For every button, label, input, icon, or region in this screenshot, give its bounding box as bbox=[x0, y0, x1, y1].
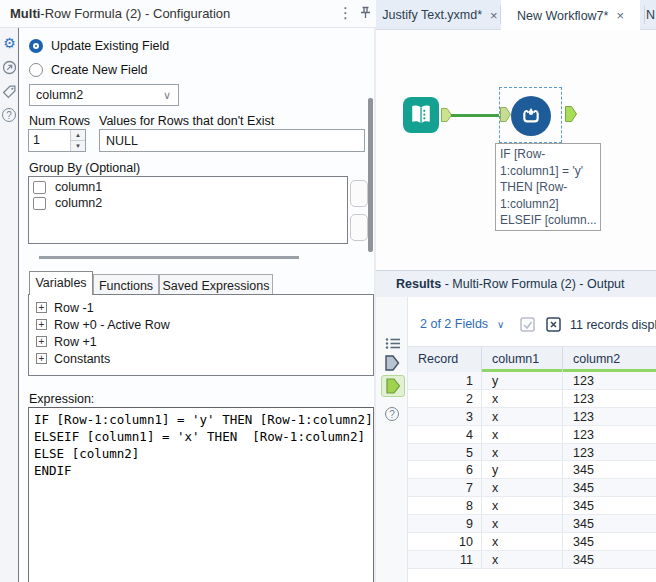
results-title-suffix: - Multi-Row Formula (2) - Output bbox=[441, 277, 624, 291]
results-table-body: 1y1232x1233x1234x1235x1236y3457x3458x345… bbox=[408, 372, 656, 569]
record-number-cell: 9 bbox=[408, 515, 482, 532]
value-cell: x bbox=[482, 408, 563, 425]
tab-new-workflow7[interactable]: New Workflow7* × bbox=[501, 0, 640, 31]
tab-label: New Workflow7* bbox=[517, 9, 608, 23]
input-anchor-icon[interactable] bbox=[500, 107, 511, 122]
spin-up-icon[interactable]: ▲ bbox=[71, 130, 85, 141]
table-row[interactable]: 11x345 bbox=[408, 551, 656, 569]
column-header-column1[interactable]: column1 bbox=[482, 347, 563, 372]
tree-item-row-minus-1[interactable]: + Row -1 bbox=[29, 299, 373, 316]
expand-icon[interactable]: + bbox=[36, 319, 47, 330]
spin-down-icon[interactable]: ▼ bbox=[71, 141, 85, 151]
field-dropdown[interactable]: column2 ∨ bbox=[29, 84, 179, 106]
value-cell: 345 bbox=[563, 479, 656, 496]
metadata-anchor-icon[interactable] bbox=[385, 355, 400, 371]
help-icon[interactable]: ? bbox=[385, 407, 399, 421]
gear-icon[interactable]: ⚙ bbox=[2, 36, 17, 51]
tab-partial[interactable]: N bbox=[646, 0, 656, 30]
output-anchor-icon bbox=[386, 378, 401, 394]
table-row[interactable]: 1y123 bbox=[408, 372, 656, 390]
values-input-value: NULL bbox=[100, 134, 364, 148]
column-header-record[interactable]: Record bbox=[408, 347, 482, 372]
radio-unselected-icon bbox=[29, 63, 43, 77]
variables-tree[interactable]: + Row -1 + Row +0 - Active Row + Row +1 … bbox=[28, 294, 374, 376]
tab-saved-expressions[interactable]: Saved Expressions bbox=[159, 274, 273, 295]
checkbox-icon[interactable] bbox=[33, 197, 46, 210]
value-cell: x bbox=[482, 515, 563, 532]
column-header-column2[interactable]: column2 bbox=[563, 347, 656, 372]
tag-icon[interactable] bbox=[2, 84, 17, 99]
workflow-canvas[interactable]: IF [Row- 1:column1] = 'y' THEN [Row- 1:c… bbox=[376, 30, 656, 270]
value-cell: 345 bbox=[563, 515, 656, 532]
results-panel: Results - Multi-Row Formula (2) - Output… bbox=[376, 270, 656, 582]
group-by-item[interactable]: column2 bbox=[29, 195, 347, 211]
radio-selected-icon bbox=[29, 39, 43, 53]
log-list-icon[interactable] bbox=[385, 337, 401, 350]
group-by-action-button[interactable] bbox=[350, 180, 368, 207]
value-cell: x bbox=[482, 497, 563, 514]
tree-item-row-plus-1[interactable]: + Row +1 bbox=[29, 333, 373, 350]
multi-row-formula-icon bbox=[516, 101, 546, 131]
table-row[interactable]: 2x123 bbox=[408, 390, 656, 408]
table-row[interactable]: 8x345 bbox=[408, 497, 656, 515]
panel-splitter[interactable] bbox=[39, 256, 299, 259]
select-all-icon[interactable] bbox=[520, 317, 535, 332]
value-cell: 123 bbox=[563, 390, 656, 407]
tab-justify-text[interactable]: Justify Text.yxmd* × bbox=[382, 0, 498, 30]
num-rows-label: Num Rows bbox=[29, 114, 90, 128]
table-row[interactable]: 3x123 bbox=[408, 408, 656, 426]
values-label: Values for Rows that don't Exist bbox=[99, 114, 274, 128]
tab-label: N bbox=[646, 8, 655, 22]
deselect-all-icon[interactable] bbox=[546, 317, 561, 332]
close-tab-icon[interactable]: × bbox=[490, 8, 498, 23]
tab-functions[interactable]: Functions bbox=[93, 274, 159, 295]
radio-create-new-field[interactable]: Create New Field bbox=[29, 62, 148, 78]
radio-update-existing-field[interactable]: Update Existing Field bbox=[29, 38, 169, 54]
tool-annotation[interactable]: IF [Row- 1:column1] = 'y' THEN [Row- 1:c… bbox=[495, 143, 601, 231]
workflow-link-icon[interactable] bbox=[2, 60, 17, 75]
help-icon[interactable]: ? bbox=[2, 108, 17, 123]
kebab-menu-icon[interactable]: ⋮ bbox=[338, 4, 352, 22]
expand-icon[interactable]: + bbox=[36, 336, 47, 347]
output-anchor-icon[interactable] bbox=[565, 106, 577, 122]
tab-variables[interactable]: Variables bbox=[29, 271, 93, 295]
table-row[interactable]: 9x345 bbox=[408, 515, 656, 533]
table-row[interactable]: 10x345 bbox=[408, 533, 656, 551]
pin-icon[interactable] bbox=[358, 6, 373, 20]
tree-item-constants[interactable]: + Constants bbox=[29, 350, 373, 367]
output-anchor-selected[interactable] bbox=[381, 375, 405, 397]
table-row[interactable]: 4x123 bbox=[408, 426, 656, 444]
tree-item-row-0[interactable]: + Row +0 - Active Row bbox=[29, 316, 373, 333]
group-by-item[interactable]: column1 bbox=[29, 179, 347, 195]
expand-icon[interactable]: + bbox=[36, 353, 47, 364]
value-cell: x bbox=[482, 551, 563, 568]
close-tab-icon[interactable]: × bbox=[616, 8, 624, 23]
tree-item-label: Constants bbox=[54, 352, 110, 366]
input-data-tool[interactable] bbox=[403, 97, 439, 133]
value-cell: x bbox=[482, 444, 563, 461]
table-row[interactable]: 5x123 bbox=[408, 444, 656, 462]
table-row[interactable]: 7x345 bbox=[408, 479, 656, 497]
record-number-cell: 2 bbox=[408, 390, 482, 407]
checkbox-icon[interactable] bbox=[33, 181, 46, 194]
connection-line[interactable] bbox=[451, 114, 499, 117]
group-by-action-button[interactable] bbox=[350, 214, 368, 241]
fields-dropdown[interactable]: 2 of 2 Fields ∨ bbox=[420, 317, 504, 331]
values-input[interactable]: NULL bbox=[99, 129, 365, 152]
num-rows-value: 1 bbox=[29, 130, 70, 151]
table-row[interactable]: 6y345 bbox=[408, 461, 656, 479]
value-cell: 345 bbox=[563, 551, 656, 568]
tree-item-label: Row +1 bbox=[54, 335, 97, 349]
radio-update-label: Update Existing Field bbox=[51, 39, 169, 53]
record-number-cell: 6 bbox=[408, 461, 482, 478]
group-by-listbox[interactable]: column1 column2 bbox=[28, 176, 348, 244]
expression-code[interactable]: IF [Row-1:column1] = 'y' THEN [Row-1:col… bbox=[29, 408, 373, 482]
expression-editor[interactable]: IF [Row-1:column1] = 'y' THEN [Row-1:col… bbox=[28, 407, 374, 582]
multi-row-formula-tool[interactable] bbox=[511, 96, 551, 136]
tab-separator bbox=[644, 6, 645, 24]
tree-item-label: Row +0 - Active Row bbox=[54, 318, 170, 332]
config-scrollbar[interactable] bbox=[368, 98, 373, 252]
expand-icon[interactable]: + bbox=[36, 302, 47, 313]
num-rows-stepper[interactable]: 1 ▲ ▼ bbox=[28, 129, 86, 152]
value-cell: 123 bbox=[563, 372, 656, 389]
